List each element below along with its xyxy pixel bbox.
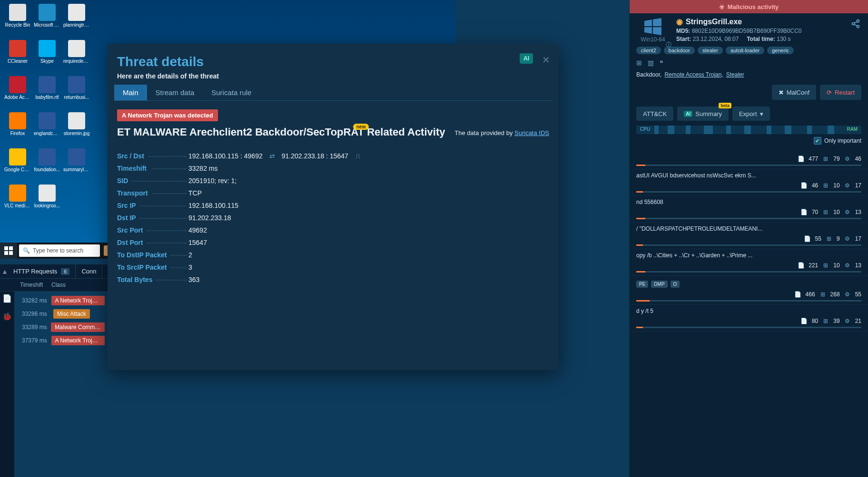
- taskbar-search[interactable]: 🔍 Type here to search: [19, 244, 100, 257]
- modal-title: Threat details: [117, 54, 549, 69]
- stat-value: 46: [855, 156, 861, 162]
- tool-icon-2[interactable]: ▥: [648, 59, 654, 67]
- svg-point-10: [857, 25, 859, 28]
- stat-value: 80: [812, 318, 818, 324]
- detail-label: SID: [117, 177, 188, 185]
- detail-value: 2051910; rev: 1;: [188, 177, 237, 185]
- only-important-toggle[interactable]: ✔ Only important: [630, 134, 868, 147]
- detail-row: TransportTCP: [117, 187, 549, 199]
- pulse-icon[interactable]: ⎍: [354, 152, 362, 160]
- process-item[interactable]: / "DOLLARSPATCHPETROLEUMDELTAMEANI...📄55…: [630, 223, 868, 249]
- desktop-icon[interactable]: Microsoft Edge: [33, 4, 61, 37]
- svg-point-8: [857, 20, 859, 22]
- desktop-icon[interactable]: planningtra...: [63, 4, 90, 37]
- icon-label: CCleaner: [8, 58, 28, 64]
- tab-suricata-rule[interactable]: Suricata rule: [203, 85, 260, 100]
- summary-label: Summary: [695, 110, 722, 117]
- stat-value: 10: [833, 209, 839, 215]
- tool-icon-3[interactable]: ❝: [660, 59, 663, 67]
- threat-row[interactable]: 37379 msA Network Trojan w: [17, 334, 109, 347]
- process-item[interactable]: opy /b ..\Cities + ..\Cr + ..\Garden + .…: [630, 249, 868, 276]
- svg-rect-0: [4, 246, 8, 250]
- desktop-icon[interactable]: englandca.rtf: [33, 112, 61, 146]
- desktop-icon[interactable]: VLC media player: [4, 185, 31, 218]
- app-icon: [9, 40, 26, 57]
- info-icon[interactable]: ⓘ: [666, 41, 671, 49]
- desktop-icon[interactable]: foundation...: [33, 148, 61, 182]
- process-item[interactable]: 📄477⊞79⚙46: [630, 149, 868, 169]
- summary-button[interactable]: AI Summary beta: [677, 107, 729, 121]
- action-row: ✖ MalConf ⟳ Restart: [630, 80, 868, 105]
- threat-row[interactable]: 33286 msMisc Attack: [17, 307, 109, 321]
- bug-icon[interactable]: 🐞: [2, 312, 12, 321]
- biohazard-icon: ☣: [719, 3, 725, 10]
- desktop-icon[interactable]: Skype: [33, 40, 61, 73]
- desktop-icon[interactable]: summarylo...: [63, 148, 90, 182]
- desktop-icon[interactable]: returnbusi...: [63, 76, 90, 109]
- threat-row[interactable]: 33282 msA Network Trojan w: [17, 294, 109, 307]
- class-badge: A Network Trojan w: [51, 296, 105, 305]
- restart-button[interactable]: ⟳ Restart: [820, 85, 861, 100]
- cpu-label: CPU: [640, 127, 650, 132]
- process-item[interactable]: d y /t 5📄80⊞39⚙21: [630, 305, 868, 331]
- attck-button[interactable]: ATT&CK: [636, 107, 673, 121]
- share-icon[interactable]: [851, 19, 860, 29]
- process-bar: [636, 165, 861, 166]
- tab-http-requests[interactable]: HTTP Requests 6: [8, 264, 76, 279]
- tab-main[interactable]: Main: [114, 85, 147, 100]
- tab-connections[interactable]: Conn: [76, 264, 102, 279]
- tag[interactable]: autoit-loader: [726, 47, 764, 54]
- process-item[interactable]: astUI AVGUI bdservicehost nsWscSvc ekrn …: [630, 169, 868, 196]
- process-item[interactable]: PEDMPO📄466⊞268⚙55: [630, 276, 868, 305]
- file-name-text: StringsGrill.exe: [686, 18, 742, 26]
- tag[interactable]: client2: [636, 47, 661, 54]
- detail-label: Dst Port: [117, 239, 188, 246]
- desktop-icon[interactable]: lookingroo...: [33, 185, 61, 218]
- tab-stream-data[interactable]: Stream data: [147, 85, 203, 100]
- stat-value: 9: [837, 235, 840, 242]
- desktop-icon[interactable]: Recycle Bin: [4, 4, 31, 37]
- icon-label: requiredevi...: [63, 58, 90, 64]
- stat-value: 17: [855, 235, 861, 242]
- caret-up-icon[interactable]: ▴: [0, 267, 8, 276]
- process-item[interactable]: nd 556608📄70⊞10⚙13: [630, 196, 868, 223]
- stat-value: 46: [812, 182, 818, 189]
- tag[interactable]: generic: [767, 47, 794, 54]
- tab-label: HTTP Requests: [13, 268, 57, 275]
- start-button[interactable]: [0, 243, 17, 259]
- swap-icon: ⇄: [268, 152, 276, 160]
- desktop-icon[interactable]: Firefox: [4, 112, 31, 146]
- detail-label: Timeshift: [117, 165, 188, 172]
- modal-tabs: Main Stream data Suricata rule: [114, 85, 552, 101]
- chevron-down-icon: ▾: [760, 110, 763, 117]
- wrench-icon: ✖: [779, 89, 784, 96]
- stat-icon: ⚙: [844, 291, 851, 298]
- start-value: 23.12.2024, 08:07: [693, 36, 739, 42]
- desktop-icon[interactable]: requiredevi...: [63, 40, 90, 73]
- detail-row: Dst IP91.202.233.18: [117, 212, 549, 224]
- stat-value: 13: [855, 262, 861, 269]
- close-icon[interactable]: ✕: [542, 54, 550, 66]
- process-bar: [636, 300, 861, 302]
- desktop-icon[interactable]: storemin.jpg: [63, 112, 90, 146]
- stat-icon: ⊞: [822, 262, 829, 269]
- tag[interactable]: stealer: [698, 47, 723, 54]
- malconf-button[interactable]: ✖ MalConf: [772, 85, 816, 100]
- threat-row[interactable]: 33289 msMalware Command: [17, 321, 109, 334]
- desktop-icon[interactable]: CCleaner: [4, 40, 31, 73]
- md5-label: MD5:: [676, 28, 690, 34]
- ai-badge[interactable]: AI: [520, 53, 533, 64]
- document-icon[interactable]: 📄: [2, 294, 12, 303]
- desktop-icon[interactable]: babyfilm.rtf: [33, 76, 61, 109]
- svg-marker-6: [644, 27, 652, 34]
- desktop-icon[interactable]: Adobe Acrobat: [4, 76, 31, 109]
- desktop-icons: Recycle BinMicrosoft Edgeplanningtra...C…: [4, 4, 90, 218]
- tool-icon-1[interactable]: ⊞: [636, 59, 642, 67]
- indicator-link-stealer[interactable]: Stealer: [726, 71, 744, 78]
- export-button[interactable]: Export ▾: [732, 107, 770, 121]
- data-provider: The data provided by Suricata IDS: [454, 129, 549, 136]
- desktop-icon[interactable]: Google Chrome: [4, 148, 31, 182]
- app-icon: [68, 4, 85, 21]
- provider-link[interactable]: Suricata IDS: [514, 129, 549, 136]
- indicator-link-rat[interactable]: Remote Access Trojan,: [664, 71, 723, 78]
